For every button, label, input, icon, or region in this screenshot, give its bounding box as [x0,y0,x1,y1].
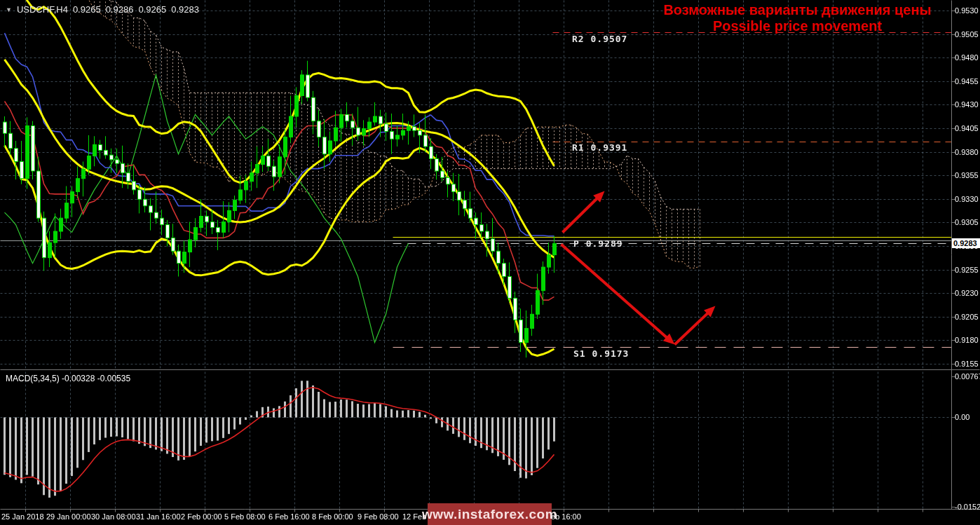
time-axis-label: 6 Feb 16:00 [268,512,310,521]
pivot-label-r2: R2 0.9507 [572,34,627,44]
price-chart-canvas[interactable] [0,0,980,525]
price-axis-label: 0.9430 [955,100,979,109]
price-axis-label: 0.9405 [955,124,979,133]
analyst-annotation: Возможные варианты движения цены Possibl… [620,2,974,34]
price-axis-label: 0.9380 [955,148,979,157]
price-axis-label: 0.9355 [955,171,979,180]
annotation-line-ru: Возможные варианты движения цены [620,2,974,18]
price-axis-label: 0.9155 [955,360,979,369]
pivot-label-s1: S1 0.9173 [573,348,629,359]
annotation-line-en: Possible price movement [620,18,974,34]
ohlc-close: 0.9283 [171,4,199,15]
macd-axis-label: -0.01522 [955,503,980,512]
watermark-text: www.instaforex.com [422,507,557,522]
ohlc-high: 0.9286 [106,4,134,15]
macd-indicator-label: MACD(5,34,5) -0.00328 -0.00535 [6,374,130,383]
price-axis-label: 0.9180 [955,336,979,345]
time-axis-label: 29 Jan 00:00 [46,512,91,521]
time-axis-label: 31 Jan 16:00 [136,512,181,521]
current-price-badge: 0.9283 [952,238,980,248]
pivot-label-p: P 0.9289 [573,238,623,249]
symbol-period-label: USDCHF,H4 [17,4,68,15]
time-axis-label: 25 Jan 2018 [1,512,44,521]
pivot-label-r1: R1 0.9391 [572,142,627,153]
price-axis-label: 0.9480 [955,53,979,62]
macd-axis-label: 0.00767 [955,372,980,381]
broker-watermark: www.instaforex.com [428,503,552,525]
price-axis-label: 0.9455 [955,77,979,86]
price-axis-label: 0.9505 [955,30,979,39]
time-axis-label: 30 Jan 08:00 [91,512,136,521]
time-axis-label: 5 Feb 08:00 [224,512,266,521]
macd-axis-label: 0.00 [955,413,969,422]
price-axis-label: 0.9230 [955,289,979,298]
mt4-chart-window: ▼ USDCHF,H4 0.9265 0.9286 0.9265 0.9283 … [0,0,980,525]
price-axis-label: 0.9205 [955,313,979,322]
price-axis-label: 0.9305 [955,218,979,227]
chart-title[interactable]: ▼ USDCHF,H4 0.9265 0.9286 0.9265 0.9283 [6,4,199,15]
time-axis-label: 9 Feb 08:00 [358,512,399,521]
time-axis-label: 2 Feb 00:00 [181,512,222,521]
ohlc-low: 0.9265 [138,4,166,15]
price-axis-label: 0.9530 [955,6,979,15]
price-axis-label: 0.9255 [955,266,979,275]
price-axis-label: 0.9330 [955,195,979,204]
symbol-dropdown-icon[interactable]: ▼ [6,6,12,13]
time-axis-label: 8 Feb 00:00 [312,512,353,521]
ohlc-open: 0.9265 [73,4,101,15]
